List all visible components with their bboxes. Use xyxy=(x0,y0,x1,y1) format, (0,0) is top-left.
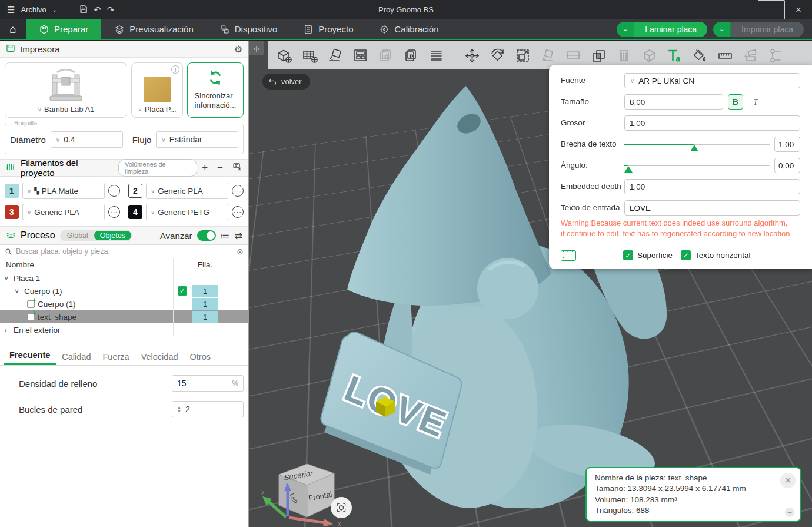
remove-filament-icon[interactable]: − xyxy=(217,162,223,174)
object-checkbox[interactable]: ✓ xyxy=(178,286,187,296)
close-info-icon[interactable]: ✕ xyxy=(780,473,796,488)
filament-2-ellipsis-icon[interactable]: ··· xyxy=(232,185,244,197)
flush-volumes-button[interactable]: Volúmenes de limpieza xyxy=(118,159,197,177)
text-tool-icon[interactable]: a xyxy=(664,45,684,65)
infill-input[interactable]: 15 % xyxy=(172,375,244,392)
add-filament-icon[interactable]: + xyxy=(202,162,208,174)
chevron-down-icon[interactable]: ∨ xyxy=(4,275,12,281)
chevron-right-icon[interactable]: › xyxy=(5,326,11,334)
tab-device[interactable]: Dispositivo xyxy=(207,19,291,39)
angle-slider[interactable] xyxy=(624,160,770,171)
horizontal-text-checkbox[interactable]: ✓ Texto horizontal xyxy=(681,250,751,260)
extruder-cell[interactable]: 1 xyxy=(192,298,218,310)
maximize-button[interactable] xyxy=(758,0,785,19)
tree-row-plate[interactable]: ∨Placa 1 xyxy=(0,271,248,284)
undo-icon[interactable]: ↶ xyxy=(94,5,101,15)
move-icon[interactable] xyxy=(462,45,482,65)
tree-row-object[interactable]: ∨Cuerpo (1) ✓ 1 xyxy=(0,284,248,297)
tree-row-part-body[interactable]: Cuerpo (1) 1 xyxy=(0,297,248,310)
extruder-cell[interactable]: 1 xyxy=(192,285,218,297)
stepper-arrows-icon[interactable]: ▲▼ xyxy=(177,405,181,413)
walls-stepper[interactable]: ▲▼ 2 xyxy=(172,401,244,417)
scope-objects[interactable]: Objetos xyxy=(94,231,131,240)
embedded-depth-input[interactable] xyxy=(624,179,800,194)
filament-3-ellipsis-icon[interactable]: ··· xyxy=(108,206,120,218)
filament-4-ellipsis-icon[interactable]: ··· xyxy=(232,206,244,218)
chevron-down-icon[interactable]: ∨ xyxy=(14,288,22,294)
thickness-input[interactable] xyxy=(624,115,800,131)
print-plate-button[interactable]: Imprimir placa xyxy=(731,22,804,37)
minimize-button[interactable]: — xyxy=(731,0,758,19)
measure-icon[interactable] xyxy=(715,45,735,65)
italic-button[interactable]: T xyxy=(748,94,763,110)
size-input[interactable] xyxy=(624,94,723,110)
filament-4-select[interactable]: ∨Generic PETG xyxy=(146,204,228,220)
advanced-toggle[interactable] xyxy=(197,230,216,241)
param-list-icon[interactable]: ≔ xyxy=(221,230,230,241)
tab-others[interactable]: Otros xyxy=(184,352,217,365)
mesh-boolean-icon[interactable] xyxy=(588,45,608,65)
tab-frequent[interactable]: Frecuente xyxy=(4,350,56,365)
split-parts-icon[interactable]: P xyxy=(401,45,421,65)
tab-preview[interactable]: Previsualización xyxy=(101,19,206,39)
sidebar-collapse-handle[interactable]: ‹|› xyxy=(249,41,264,55)
filament-4-color-chip[interactable]: 4 xyxy=(128,205,142,219)
tab-calibration[interactable]: Calibración xyxy=(366,19,451,39)
tab-quality[interactable]: Calidad xyxy=(56,352,96,365)
color-paint-icon[interactable] xyxy=(690,45,710,65)
auto-orient-icon[interactable] xyxy=(325,45,345,65)
add-plate-icon[interactable] xyxy=(299,45,320,65)
font-select[interactable]: ∨AR PL UKai CN xyxy=(624,73,800,88)
extruder-cell[interactable]: 1 xyxy=(192,311,218,323)
filament-2-select[interactable]: ∨Generic PLA xyxy=(146,183,228,199)
add-object-icon[interactable] xyxy=(274,45,294,65)
layer-height-icon[interactable] xyxy=(426,45,446,65)
file-menu[interactable]: Archivo xyxy=(21,5,46,14)
filament-3-color-chip[interactable]: 3 xyxy=(5,205,19,219)
surface-checkbox[interactable]: ✓ Superficie xyxy=(623,250,673,260)
print-dropdown-chevron-icon[interactable]: ⌄ xyxy=(713,22,731,37)
tab-prepare[interactable]: Preparar xyxy=(26,19,101,39)
clear-search-icon[interactable]: ⊗ xyxy=(237,247,244,256)
scale-icon[interactable] xyxy=(513,45,533,65)
bold-button[interactable]: B xyxy=(728,94,743,110)
arrange-icon[interactable] xyxy=(350,45,370,65)
plate-card[interactable]: i ∨Placa P... xyxy=(131,62,183,118)
close-button[interactable]: × xyxy=(785,0,812,19)
redo-icon[interactable]: ↷ xyxy=(107,5,115,15)
angle-value[interactable]: 0,00 xyxy=(774,158,800,173)
save-icon[interactable] xyxy=(79,5,88,15)
printer-card[interactable]: ∨Bambu Lab A1 xyxy=(5,62,127,118)
param-compare-icon[interactable]: ⇄ xyxy=(235,230,242,241)
slice-plate-button[interactable]: Laminar placa xyxy=(634,22,707,37)
filament-3-select[interactable]: ∨Generic PLA xyxy=(22,204,105,220)
filament-1-color-chip[interactable]: 1 xyxy=(5,184,19,198)
filament-1-ellipsis-icon[interactable]: ··· xyxy=(108,185,120,197)
info-icon[interactable]: i xyxy=(171,65,179,74)
tree-row-outside[interactable]: ›En el exterior xyxy=(0,323,248,336)
diameter-select[interactable]: ∨0.4 xyxy=(51,131,123,148)
back-button[interactable]: volver xyxy=(262,74,310,90)
search-input[interactable] xyxy=(16,247,233,256)
rotate-icon[interactable] xyxy=(487,45,507,65)
gear-icon[interactable]: ⚙ xyxy=(234,44,242,55)
hamburger-menu-icon[interactable]: ☰ xyxy=(7,5,15,15)
tab-speed[interactable]: Velocidad xyxy=(135,352,184,365)
tab-project[interactable]: Proyecto xyxy=(290,19,366,39)
filament-settings-icon[interactable] xyxy=(232,162,242,174)
home-button[interactable]: ⌂ xyxy=(0,19,26,39)
scope-global[interactable]: Global xyxy=(61,231,94,240)
minimize-info-icon[interactable]: – xyxy=(785,508,794,517)
file-menu-chevron-icon[interactable]: ⌄ xyxy=(52,6,57,13)
slice-dropdown-chevron-icon[interactable]: ⌄ xyxy=(617,22,634,37)
sync-info-button[interactable]: Sincronizarinformació... xyxy=(187,62,244,118)
flow-select[interactable]: ∨Estándar xyxy=(156,131,238,148)
keyboard-icon[interactable] xyxy=(561,250,576,261)
tab-strength[interactable]: Fuerza xyxy=(96,352,135,365)
filament-2-color-chip[interactable]: 2 xyxy=(128,184,142,198)
text-gap-value[interactable]: 1,00 xyxy=(774,137,800,152)
tree-row-part-text-shape[interactable]: text_shape 1 xyxy=(0,310,248,323)
input-text-field[interactable] xyxy=(624,200,800,216)
viewport-3d[interactable]: LOVE ‹|› O P xyxy=(249,41,812,527)
fit-view-button[interactable] xyxy=(331,497,352,518)
